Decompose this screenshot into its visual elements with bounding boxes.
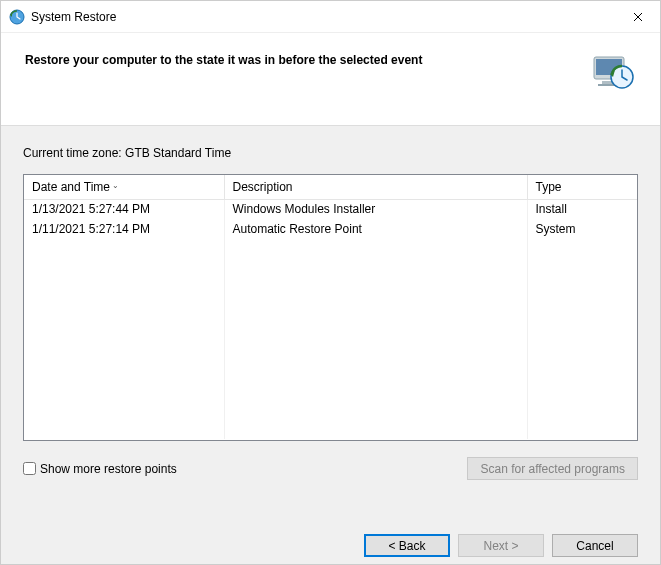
column-header-description[interactable]: Description <box>224 175 527 199</box>
column-header-type[interactable]: Type <box>527 175 637 199</box>
cell-type: System <box>527 219 637 239</box>
cancel-button[interactable]: Cancel <box>552 534 638 557</box>
cell-type: Install <box>527 199 637 219</box>
scan-affected-button: Scan for affected programs <box>467 457 638 480</box>
sort-descending-icon: ⌄ <box>112 181 119 190</box>
timezone-label: Current time zone: GTB Standard Time <box>23 146 638 160</box>
header: Restore your computer to the state it wa… <box>1 33 660 125</box>
close-icon <box>633 12 643 22</box>
wizard-footer: < Back Next > Cancel <box>1 518 660 565</box>
back-button[interactable]: < Back <box>364 534 450 557</box>
table-row-empty: . <box>24 399 637 419</box>
cell-description: Automatic Restore Point <box>224 219 527 239</box>
system-restore-icon <box>9 9 25 25</box>
titlebar: System Restore <box>1 1 660 33</box>
table-row[interactable]: 1/13/2021 5:27:44 PM Windows Modules Ins… <box>24 199 637 219</box>
cell-datetime: 1/11/2021 5:27:14 PM <box>24 219 224 239</box>
show-more-checkbox-wrap[interactable]: Show more restore points <box>23 462 177 476</box>
cell-datetime: 1/13/2021 5:27:44 PM <box>24 199 224 219</box>
table-row-empty: . <box>24 259 637 279</box>
restore-points-table[interactable]: Date and Time⌄ Description Type 1/13/202… <box>23 174 638 441</box>
next-button: Next > <box>458 534 544 557</box>
table-row-empty: . <box>24 279 637 299</box>
table-header-row: Date and Time⌄ Description Type <box>24 175 637 199</box>
table-row-empty: . <box>24 379 637 399</box>
close-button[interactable] <box>615 1 660 33</box>
window-title: System Restore <box>31 10 615 24</box>
cell-description: Windows Modules Installer <box>224 199 527 219</box>
show-more-label: Show more restore points <box>40 462 177 476</box>
content-panel: Current time zone: GTB Standard Time Dat… <box>1 125 660 518</box>
table-row-empty: . <box>24 339 637 359</box>
table-row-empty: . <box>24 319 637 339</box>
table-row-empty: . <box>24 239 637 259</box>
show-more-checkbox[interactable] <box>23 462 36 475</box>
table-row-empty: . <box>24 299 637 319</box>
column-header-datetime-label: Date and Time <box>32 180 110 194</box>
table-row[interactable]: 1/11/2021 5:27:14 PM Automatic Restore P… <box>24 219 637 239</box>
below-table-row: Show more restore points Scan for affect… <box>23 457 638 480</box>
page-heading: Restore your computer to the state it wa… <box>25 53 576 67</box>
column-header-datetime[interactable]: Date and Time⌄ <box>24 175 224 199</box>
restore-hero-icon <box>588 47 636 95</box>
table-row-empty: . <box>24 419 637 439</box>
table-row-empty: . <box>24 359 637 379</box>
